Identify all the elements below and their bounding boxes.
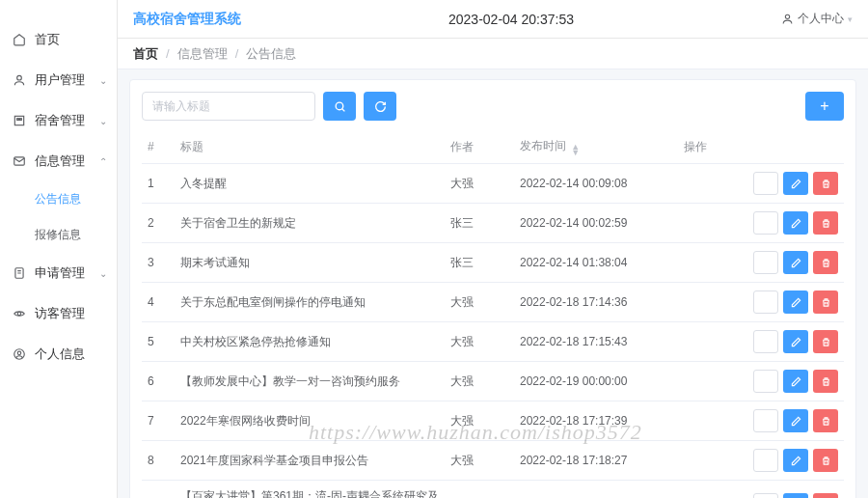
cell-title: 2022年寒假网络收费时间 [175, 401, 445, 441]
nav-label: 访客管理 [35, 305, 85, 322]
delete-button[interactable] [813, 172, 838, 195]
col-ops: 操作 [678, 130, 844, 164]
delete-button[interactable] [813, 370, 838, 393]
more-button[interactable]: ··· [753, 409, 778, 432]
nav-apply-mgmt[interactable]: 申请管理 ⌄ [0, 253, 117, 293]
svg-point-8 [17, 351, 21, 355]
nav-profile[interactable]: 个人信息 [0, 334, 117, 374]
more-button[interactable]: ··· [753, 330, 778, 353]
nav-dorm-mgmt[interactable]: 宿舍管理 ⌄ [0, 100, 117, 141]
edit-button[interactable] [783, 330, 808, 353]
cell-time: 2022-02-18 17:18:27 [514, 441, 678, 481]
home-icon [12, 32, 27, 47]
cell-title: 2021年度国家科学基金项目申报公告 [175, 441, 445, 481]
chevron-up-icon: ⌃ [99, 156, 107, 167]
edit-button[interactable] [783, 290, 808, 314]
breadcrumb-item[interactable]: 首页 [133, 45, 158, 63]
cell-title: 期末考试通知 [175, 243, 445, 283]
user-icon [781, 13, 794, 25]
table-row: 2关于宿舍卫生的新规定张三2022-02-14 00:02:59··· [142, 204, 844, 243]
chevron-down-icon: ▾ [848, 14, 853, 24]
col-author: 作者 [445, 130, 514, 164]
toolbar: + [142, 92, 844, 121]
search-input[interactable] [142, 92, 315, 121]
cell-ops: ··· [678, 322, 844, 362]
cell-author: 张三 [445, 204, 514, 243]
visitor-icon [12, 306, 27, 321]
more-button[interactable]: ··· [753, 370, 778, 393]
delete-button[interactable] [813, 290, 838, 314]
cell-ops: ··· [678, 204, 844, 243]
more-button[interactable]: ··· [753, 211, 778, 235]
delete-button[interactable] [813, 493, 838, 498]
breadcrumb-item[interactable]: 信息管理 [177, 45, 228, 63]
delete-button[interactable] [813, 330, 838, 353]
cell-author: 大强 [445, 362, 514, 401]
cell-index: 6 [142, 362, 175, 401]
add-button[interactable]: + [805, 92, 844, 121]
table-row: 1入冬提醒大强2022-02-14 00:09:08··· [142, 164, 844, 204]
edit-button[interactable] [783, 370, 808, 393]
nav-user-mgmt[interactable]: 用户管理 ⌄ [0, 60, 117, 100]
cell-index: 4 [142, 283, 175, 322]
breadcrumb-separator: / [166, 46, 170, 61]
cell-index: 8 [142, 441, 175, 481]
subnav-announcement[interactable]: 公告信息 [0, 181, 117, 217]
main: 高校宿舍管理系统 2023-02-04 20:37:53 个人中心 ▾ 首页 /… [118, 0, 868, 498]
delete-button[interactable] [813, 449, 838, 472]
cell-time: 2022-02-14 00:09:08 [514, 164, 678, 204]
edit-button[interactable] [783, 409, 808, 432]
more-button[interactable]: ··· [753, 449, 778, 472]
user-icon [12, 72, 27, 88]
cell-index: 5 [142, 322, 175, 362]
cell-title: 中关村校区紧急停热抢修通知 [175, 322, 445, 362]
table-row: 82021年度国家科学基金项目申报公告大强2022-02-18 17:18:27… [142, 441, 844, 481]
cell-ops: ··· [678, 441, 844, 481]
cell-author: 大强 [445, 481, 514, 499]
col-index: # [142, 130, 175, 164]
user-center-dropdown[interactable]: 个人中心 ▾ [781, 11, 853, 27]
chevron-down-icon: ⌄ [99, 116, 107, 126]
more-button[interactable]: ··· [753, 172, 778, 195]
subnav-repair[interactable]: 报修信息 [0, 217, 117, 253]
more-button[interactable]: ··· [753, 290, 778, 314]
datetime: 2023-02-04 20:37:53 [241, 12, 781, 27]
content: + # 标题 作者 发布时间 ▲▼ 操作 [118, 69, 868, 498]
profile-icon [12, 346, 27, 362]
cell-time: 2022-02-19 00:00:00 [514, 362, 678, 401]
cell-title: 入冬提醒 [175, 164, 445, 204]
edit-button[interactable] [783, 211, 808, 235]
cell-time: 2022-02-18 17:19:00 [514, 481, 678, 499]
nav-label: 个人信息 [35, 346, 85, 363]
delete-button[interactable] [813, 251, 838, 274]
cell-index: 9 [142, 481, 175, 499]
edit-button[interactable] [783, 449, 808, 472]
refresh-button[interactable] [364, 92, 396, 121]
table-row: 4关于东总配电室倒闸操作的停电通知大强2022-02-18 17:14:36··… [142, 283, 844, 322]
table-row: 9【百家大讲堂】第361期：流-固-声耦合系统研究及应用大强2022-02-18… [142, 481, 844, 499]
plus-icon: + [820, 97, 828, 115]
more-button[interactable]: ··· [753, 493, 778, 498]
nav-info-mgmt[interactable]: 信息管理 ⌃ [0, 141, 117, 181]
edit-button[interactable] [783, 172, 808, 195]
edit-button[interactable] [783, 493, 808, 498]
delete-button[interactable] [813, 211, 838, 235]
cell-ops: ··· [678, 283, 844, 322]
cell-title: 关于东总配电室倒闸操作的停电通知 [175, 283, 445, 322]
nav-visitor-mgmt[interactable]: 访客管理 [0, 293, 117, 334]
svg-rect-3 [20, 119, 22, 121]
more-button[interactable]: ··· [753, 251, 778, 274]
col-time[interactable]: 发布时间 ▲▼ [514, 130, 678, 164]
edit-button[interactable] [783, 251, 808, 274]
cell-ops: ··· [678, 362, 844, 401]
nav-home[interactable]: 首页 [0, 19, 117, 60]
delete-button[interactable] [813, 409, 838, 432]
cell-time: 2022-02-18 17:14:36 [514, 283, 678, 322]
search-button[interactable] [323, 92, 356, 121]
cell-ops: ··· [678, 401, 844, 441]
cell-index: 7 [142, 401, 175, 441]
svg-point-10 [336, 102, 343, 110]
announcement-table: # 标题 作者 发布时间 ▲▼ 操作 1入冬提醒大强2022-02-14 00:… [142, 130, 844, 498]
user-center-label: 个人中心 [798, 11, 844, 27]
app-title: 高校宿舍管理系统 [133, 11, 241, 28]
